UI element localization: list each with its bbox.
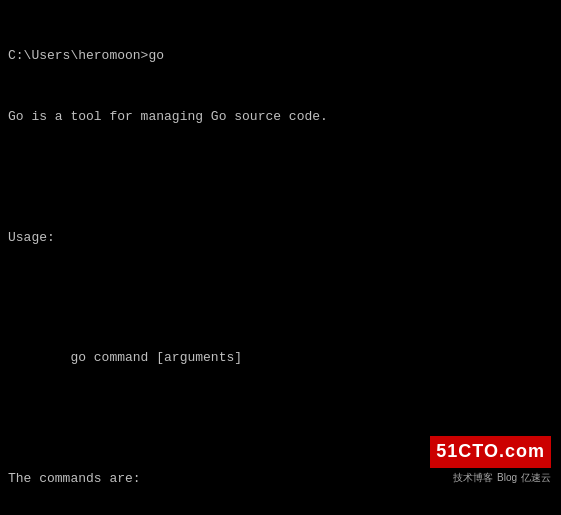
prompt-line: C:\Users\heromoon>go [8,46,553,66]
intro-line: Go is a tool for managing Go source code… [8,107,553,127]
watermark-logo: 51CTO.com [430,436,551,468]
watermark-sub: 技术博客 Blog 亿速云 [453,470,551,486]
watermark: 51CTO.com 技术博客 Blog 亿速云 [430,436,551,485]
usage-label: Usage: [8,228,553,248]
watermark-sub2: Blog [497,470,517,486]
watermark-sub1: 技术博客 [453,470,493,486]
usage-cmd: go command [arguments] [8,348,553,368]
blank1 [8,167,553,187]
blank3 [8,409,553,429]
blank2 [8,288,553,308]
watermark-sub3: 亿速云 [521,470,551,486]
